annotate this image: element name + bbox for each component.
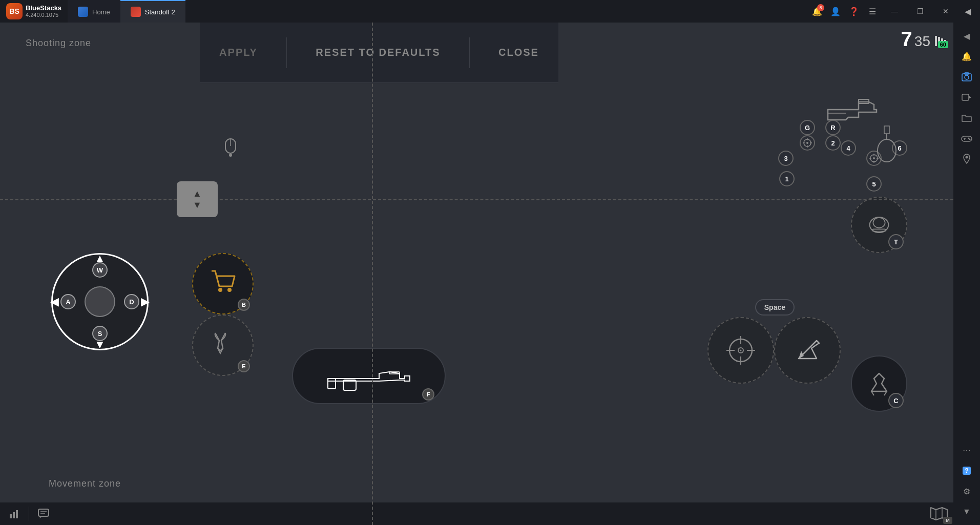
svg-marker-51 bbox=[969, 96, 971, 99]
account-button[interactable]: 👤 bbox=[827, 3, 844, 19]
tactical-button[interactable]: T bbox=[851, 197, 907, 253]
svg-point-15 bbox=[878, 139, 896, 162]
shop-button[interactable]: B bbox=[192, 253, 254, 314]
radial-key-g[interactable]: G bbox=[800, 120, 815, 135]
svg-point-56 bbox=[969, 139, 971, 140]
mouse-icon-svg bbox=[223, 138, 238, 157]
knife-svg bbox=[794, 335, 822, 364]
svg-point-57 bbox=[966, 156, 968, 159]
crouch-button[interactable]: C bbox=[851, 355, 907, 412]
knife-icon bbox=[794, 335, 822, 366]
svg-point-22 bbox=[229, 154, 232, 157]
radial-key-center[interactable] bbox=[800, 135, 815, 151]
bottom-bar: M bbox=[0, 502, 953, 525]
app-version: 4.240.0.1075 bbox=[26, 12, 61, 18]
svg-point-31 bbox=[740, 350, 742, 351]
knife-button[interactable] bbox=[774, 317, 841, 384]
expand-button[interactable]: ◀ bbox=[960, 3, 976, 19]
chat-icon bbox=[38, 509, 49, 519]
svg-rect-39 bbox=[13, 512, 15, 518]
apply-button[interactable]: APPLY bbox=[209, 41, 268, 64]
notification-badge: 8 bbox=[817, 4, 824, 11]
crosshair-small-icon bbox=[802, 138, 812, 148]
key-w: W bbox=[92, 262, 108, 278]
top-divider-1 bbox=[286, 37, 287, 68]
svg-rect-19 bbox=[873, 229, 886, 231]
screenshot-icon bbox=[962, 72, 972, 81]
rs-location-button[interactable] bbox=[957, 150, 976, 168]
ammo-total: 35 bbox=[914, 33, 930, 50]
help-button[interactable]: ❓ bbox=[846, 3, 862, 19]
joystick-arrow-right: ▶ bbox=[141, 295, 150, 308]
location-icon bbox=[963, 154, 970, 164]
titlebar-right-controls: 🔔 8 👤 ❓ ☰ — ❐ ✕ ◀ bbox=[809, 3, 980, 19]
stats-button[interactable] bbox=[5, 505, 24, 523]
helmet-icon bbox=[866, 212, 892, 238]
reset-button[interactable]: RESET TO DEFAULTS bbox=[305, 41, 450, 64]
right-sidebar: ◀ 🔔 ⋯ bbox=[953, 23, 980, 525]
notifications-button[interactable]: 🔔 8 bbox=[809, 3, 825, 19]
restore-button[interactable]: ❐ bbox=[908, 3, 932, 19]
rs-screenshot-button[interactable] bbox=[957, 68, 976, 86]
rs-more-button[interactable]: ⋯ bbox=[957, 441, 976, 459]
svg-point-48 bbox=[965, 75, 969, 79]
rs-settings-button[interactable]: ⚙ bbox=[957, 482, 976, 500]
scroll-indicator[interactable]: ▲ ▼ bbox=[177, 181, 218, 217]
vertical-divider bbox=[372, 23, 373, 525]
bb-separator-1 bbox=[29, 507, 29, 521]
crouch-key-c: C bbox=[888, 393, 904, 408]
aim-crosshair-icon bbox=[725, 335, 756, 366]
bluestacks-icon: BS bbox=[6, 3, 23, 19]
rs-help-button[interactable]: ? bbox=[957, 461, 976, 480]
rs-folder-button[interactable] bbox=[957, 109, 976, 127]
scroll-down-arrow: ▼ bbox=[193, 200, 202, 209]
close-button[interactable]: CLOSE bbox=[488, 41, 549, 64]
svg-rect-41 bbox=[38, 509, 49, 516]
radial-key-1[interactable]: 1 bbox=[779, 171, 795, 186]
aim-button[interactable] bbox=[707, 317, 774, 384]
svg-text:?: ? bbox=[965, 467, 968, 474]
radial-key-3[interactable]: 3 bbox=[778, 151, 794, 166]
mouse-cursor-icon bbox=[223, 138, 238, 161]
tool-button[interactable]: E bbox=[192, 314, 254, 376]
grenade-key-4[interactable]: 4 bbox=[841, 140, 856, 156]
home-tab-label: Home bbox=[92, 8, 110, 16]
chat-button[interactable] bbox=[34, 505, 53, 523]
tab-standoff2[interactable]: Standoff 2 bbox=[120, 0, 185, 23]
minimize-button[interactable]: — bbox=[883, 3, 906, 19]
rs-expand-button[interactable]: ◀ bbox=[957, 27, 976, 45]
space-button[interactable]: Space bbox=[755, 299, 795, 316]
home-tab-icon bbox=[78, 7, 88, 17]
top-buttons-bar: APPLY RESET TO DEFAULTS CLOSE bbox=[200, 23, 558, 83]
svg-rect-50 bbox=[962, 94, 969, 100]
folder-icon bbox=[962, 114, 972, 122]
weapon-slot-primary[interactable]: F bbox=[292, 348, 446, 404]
svg-rect-26 bbox=[328, 379, 336, 389]
fps-badge: 60 bbox=[938, 41, 948, 48]
rs-notifications-button[interactable]: 🔔 bbox=[957, 47, 976, 66]
movement-joystick[interactable]: ▲ ▼ ◀ ▶ W S A D bbox=[51, 253, 154, 355]
bottom-bar-right: M bbox=[930, 505, 948, 523]
joystick-center bbox=[85, 286, 115, 317]
key-d: D bbox=[124, 294, 139, 309]
menu-button[interactable]: ☰ bbox=[864, 3, 881, 19]
tool-key-label: E bbox=[238, 360, 250, 372]
rs-gamepad-button[interactable] bbox=[957, 129, 976, 148]
svg-point-24 bbox=[218, 288, 222, 292]
key-s: S bbox=[92, 326, 108, 341]
grenade-key-5[interactable]: 5 bbox=[866, 176, 882, 192]
rs-bottom-expand[interactable]: ▼ bbox=[957, 502, 976, 521]
stats-icon bbox=[9, 509, 19, 518]
titlebar: BS BlueStacks 4.240.0.1075 Home Standoff… bbox=[0, 0, 980, 23]
joystick-outer-ring: ▲ ▼ ◀ ▶ W S A D bbox=[51, 253, 149, 350]
weapon-key-label: F bbox=[422, 388, 434, 401]
window-close-button[interactable]: ✕ bbox=[934, 3, 957, 19]
svg-point-3 bbox=[806, 142, 808, 144]
svg-rect-47 bbox=[962, 74, 971, 81]
key-a: A bbox=[60, 294, 76, 309]
rs-video-button[interactable] bbox=[957, 88, 976, 107]
map-button[interactable]: M bbox=[930, 505, 948, 523]
tab-home[interactable]: Home bbox=[68, 0, 120, 23]
game-area: Shooting zone APPLY RESET TO DEFAULTS CL… bbox=[0, 23, 953, 525]
shop-cart-icon bbox=[209, 268, 237, 300]
